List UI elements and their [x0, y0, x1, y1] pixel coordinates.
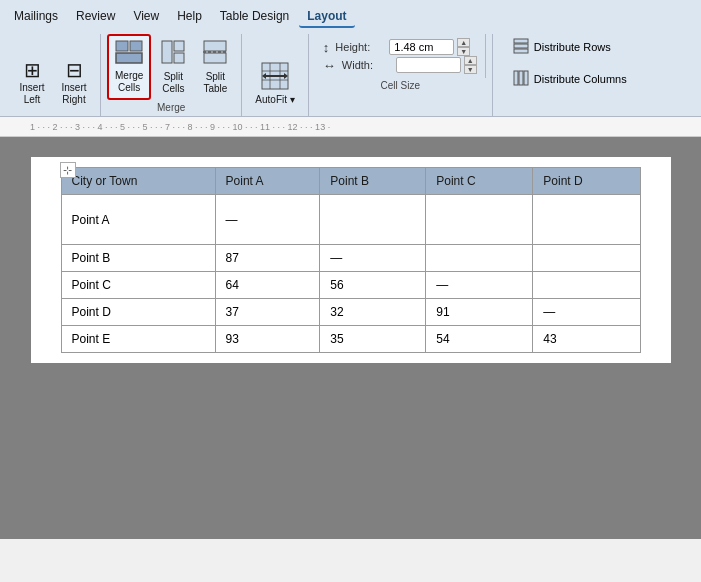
distribute-buttons: Distribute Rows Distribute Columns [499, 34, 641, 92]
row-label-point-a: Point A [61, 195, 215, 245]
svg-rect-0 [116, 41, 128, 51]
menu-bar: Mailings Review View Help Table Design L… [0, 4, 701, 30]
height-up[interactable]: ▲ [457, 38, 470, 47]
menu-mailings[interactable]: Mailings [6, 6, 66, 28]
cell-size-group: ↕ Height: ▲ ▼ ↔ Width: ▲ ▼ [309, 34, 493, 116]
cell-size-inputs: ↕ Height: ▲ ▼ ↔ Width: ▲ ▼ [315, 34, 486, 78]
split-table-icon [203, 40, 227, 69]
cell-b-d [533, 245, 640, 272]
width-input[interactable] [396, 57, 461, 73]
cell-c-b: 56 [320, 272, 426, 299]
cell-c-c: — [426, 272, 533, 299]
height-down[interactable]: ▼ [457, 47, 470, 56]
svg-rect-19 [514, 49, 528, 53]
svg-rect-6 [204, 41, 226, 51]
data-table: City or Town Point A Point B Point C Poi… [61, 167, 641, 353]
cell-a-d [533, 195, 640, 245]
cell-a-a: — [215, 195, 320, 245]
table-row: Point A — [61, 195, 640, 245]
cell-d-d: — [533, 299, 640, 326]
cell-d-a: 37 [215, 299, 320, 326]
insert-right-label: InsertRight [61, 82, 86, 106]
svg-rect-20 [514, 71, 518, 85]
cell-a-c [426, 195, 533, 245]
height-spinner[interactable]: ▲ ▼ [457, 38, 470, 56]
ribbon-content: ⊞ InsertLeft ⊟ InsertRight [0, 30, 701, 116]
height-input[interactable] [389, 39, 454, 55]
menu-view[interactable]: View [125, 6, 167, 28]
ruler: 1 · · · 2 · · · 3 · · · 4 · · · 5 · · · … [0, 117, 701, 137]
header-point-b: Point B [320, 168, 426, 195]
merge-group: MergeCells SplitCells [101, 34, 242, 116]
width-up[interactable]: ▲ [464, 56, 477, 65]
header-city: City or Town [61, 168, 215, 195]
cell-c-a: 64 [215, 272, 320, 299]
cell-e-c: 54 [426, 326, 533, 353]
svg-rect-2 [116, 53, 142, 63]
autofit-icon [261, 62, 289, 92]
cell-d-b: 32 [320, 299, 426, 326]
svg-rect-18 [514, 44, 528, 48]
distribute-cols-label: Distribute Columns [534, 73, 627, 85]
distribute-rows-icon [513, 38, 529, 56]
distribute-rows-label: Distribute Rows [534, 41, 611, 53]
menu-review[interactable]: Review [68, 6, 123, 28]
cell-e-b: 35 [320, 326, 426, 353]
ruler-text: 1 · · · 2 · · · 3 · · · 4 · · · 5 · · · … [30, 122, 330, 132]
height-row: ↕ Height: ▲ ▼ [323, 38, 477, 56]
table-header-row: City or Town Point A Point B Point C Poi… [61, 168, 640, 195]
distribute-cols-button[interactable]: Distribute Columns [507, 66, 633, 92]
split-table-label: SplitTable [203, 71, 227, 95]
svg-rect-17 [514, 39, 528, 43]
insert-group: ⊞ InsertLeft ⊟ InsertRight [6, 34, 101, 116]
split-cells-label: SplitCells [162, 71, 184, 95]
header-point-d: Point D [533, 168, 640, 195]
insert-left-label: InsertLeft [19, 82, 44, 106]
svg-rect-21 [519, 71, 523, 85]
cell-a-b [320, 195, 426, 245]
autofit-group: AutoFit ▾ [242, 34, 308, 116]
cell-e-a: 93 [215, 326, 320, 353]
autofit-buttons: AutoFit ▾ [248, 34, 301, 111]
cell-d-c: 91 [426, 299, 533, 326]
distribute-cols-icon [513, 70, 529, 88]
width-down[interactable]: ▼ [464, 65, 477, 74]
height-icon: ↕ [323, 40, 330, 55]
insert-left-icon: ⊞ [24, 60, 41, 80]
autofit-button[interactable]: AutoFit ▾ [248, 57, 301, 111]
width-row: ↔ Width: ▲ ▼ [323, 56, 477, 74]
cell-c-d [533, 272, 640, 299]
merge-buttons: MergeCells SplitCells [107, 34, 235, 100]
split-table-button[interactable]: SplitTable [195, 35, 235, 100]
cell-size-label: Cell Size [381, 78, 420, 94]
header-point-a: Point A [215, 168, 320, 195]
distribute-rows-button[interactable]: Distribute Rows [507, 34, 633, 60]
insert-right-icon: ⊟ [66, 60, 83, 80]
split-cells-button[interactable]: SplitCells [153, 35, 193, 100]
width-spinner[interactable]: ▲ ▼ [464, 56, 477, 74]
merge-cells-button[interactable]: MergeCells [107, 34, 151, 100]
merge-cells-label: MergeCells [115, 70, 143, 94]
cell-b-b: — [320, 245, 426, 272]
width-icon: ↔ [323, 58, 336, 73]
row-label-point-b: Point B [61, 245, 215, 272]
cell-e-d: 43 [533, 326, 640, 353]
menu-layout[interactable]: Layout [299, 6, 354, 28]
ribbon: Mailings Review View Help Table Design L… [0, 0, 701, 117]
split-cells-icon [161, 40, 185, 69]
merge-group-label: Merge [157, 100, 185, 116]
svg-rect-5 [174, 53, 184, 63]
header-point-c: Point C [426, 168, 533, 195]
height-label: Height: [335, 41, 385, 53]
row-label-point-e: Point E [61, 326, 215, 353]
table-row: Point C 64 56 — [61, 272, 640, 299]
menu-help[interactable]: Help [169, 6, 210, 28]
insert-right-button[interactable]: ⊟ InsertRight [54, 55, 94, 111]
distribute-group: Distribute Rows Distribute Columns [493, 34, 647, 116]
menu-table-design[interactable]: Table Design [212, 6, 297, 28]
svg-rect-22 [524, 71, 528, 85]
insert-left-button[interactable]: ⊞ InsertLeft [12, 55, 52, 111]
cell-b-c [426, 245, 533, 272]
document-page: ⊹ City or Town Point A Point B Point C P… [31, 157, 671, 363]
table-move-handle[interactable]: ⊹ [60, 162, 76, 178]
